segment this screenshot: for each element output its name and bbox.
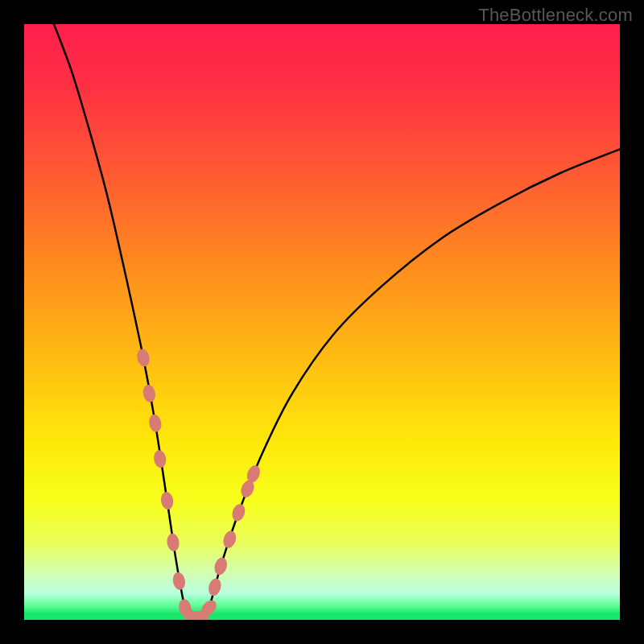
chart-frame: TheBottleneck.com	[0, 0, 644, 644]
bottleneck-chart	[24, 24, 620, 620]
plot-area	[24, 24, 620, 620]
watermark-text: TheBottleneck.com	[478, 5, 633, 26]
gradient-background	[24, 24, 620, 620]
